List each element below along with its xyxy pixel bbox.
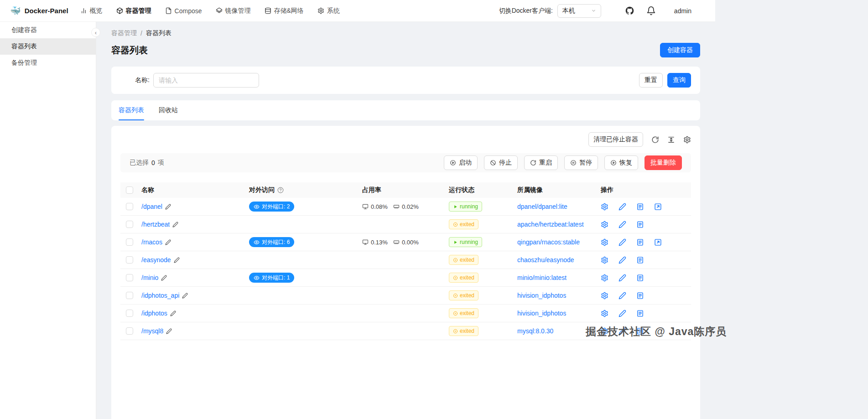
logs-icon[interactable]: [636, 310, 644, 317]
row-checkbox[interactable]: [126, 274, 133, 281]
image-link[interactable]: minio/minio:latest: [517, 274, 567, 281]
image-link[interactable]: hivision_idphotos: [517, 310, 566, 317]
image-link[interactable]: qingpan/rnacos:stable: [517, 238, 580, 246]
row-checkbox[interactable]: [126, 221, 133, 228]
logs-icon[interactable]: [636, 274, 644, 282]
row-checkbox[interactable]: [126, 327, 133, 335]
rename-icon[interactable]: [165, 239, 171, 245]
container-name-link[interactable]: /mysql8: [141, 327, 163, 335]
rename-icon[interactable]: [174, 257, 180, 263]
refresh-icon[interactable]: [651, 136, 659, 144]
running-play-icon: [453, 240, 458, 245]
logs-icon[interactable]: [636, 238, 644, 246]
container-name-link[interactable]: /idphotos_api: [141, 292, 179, 299]
sidebar-collapse-button[interactable]: ‹: [91, 28, 100, 37]
tab-container-list[interactable]: 容器列表: [119, 100, 144, 120]
nav-item-overview[interactable]: 概览: [80, 7, 103, 15]
table-row: /rnacos 对外端口: 6 0.13% 0.00% running: [120, 233, 691, 251]
container-settings-icon[interactable]: [601, 274, 608, 282]
port-badge[interactable]: 对外端口: 2: [249, 202, 294, 212]
row-checkbox[interactable]: [126, 203, 133, 210]
bell-icon[interactable]: [646, 6, 656, 16]
pause-button[interactable]: 暂停: [564, 155, 598, 170]
edit-container-icon[interactable]: [619, 274, 626, 282]
sidebar-item-container-list[interactable]: 容器列表: [0, 38, 96, 55]
rename-icon[interactable]: [170, 310, 176, 316]
container-name-link[interactable]: /hertzbeat: [141, 221, 170, 228]
stop-button[interactable]: 停止: [484, 155, 518, 170]
edit-container-icon[interactable]: [619, 292, 626, 300]
logs-icon[interactable]: [636, 327, 644, 335]
image-link[interactable]: apache/hertzbeat:latest: [517, 221, 584, 228]
breadcrumb-parent[interactable]: 容器管理: [111, 29, 137, 37]
column-settings-icon[interactable]: [683, 136, 691, 144]
logs-icon[interactable]: [636, 256, 644, 264]
image-link[interactable]: mysql:8.0.30: [517, 327, 553, 335]
select-all-checkbox[interactable]: [126, 186, 133, 194]
query-button[interactable]: 查询: [667, 73, 691, 88]
memory-icon: [393, 239, 400, 245]
row-checkbox[interactable]: [126, 256, 133, 264]
eye-icon: [254, 204, 260, 210]
clean-stopped-containers-button[interactable]: 清理已停止容器: [588, 132, 643, 147]
edit-container-icon[interactable]: [619, 238, 626, 246]
username[interactable]: admin: [674, 7, 691, 15]
port-badge[interactable]: 对外端口: 6: [249, 237, 294, 247]
nav-item-compose[interactable]: Compose: [165, 7, 202, 15]
row-checkbox[interactable]: [126, 292, 133, 299]
edit-container-icon[interactable]: [619, 327, 626, 335]
resume-button[interactable]: 恢复: [604, 155, 638, 170]
edit-container-icon[interactable]: [619, 203, 626, 211]
edit-container-icon[interactable]: [619, 221, 626, 228]
container-settings-icon[interactable]: [601, 292, 608, 300]
container-settings-icon[interactable]: [601, 203, 608, 211]
logs-icon[interactable]: [636, 292, 644, 300]
breadcrumb: 容器管理 / 容器列表: [111, 29, 700, 37]
github-icon[interactable]: [625, 6, 634, 16]
create-container-button[interactable]: 创建容器: [660, 43, 700, 57]
density-icon[interactable]: [667, 136, 675, 144]
open-external-icon[interactable]: [654, 203, 662, 211]
memory-usage: 0.00%: [393, 239, 419, 246]
container-settings-icon[interactable]: [601, 256, 608, 264]
row-checkbox[interactable]: [126, 310, 133, 317]
batch-delete-button[interactable]: 批量删除: [645, 155, 682, 170]
image-link[interactable]: hivision_idphotos: [517, 292, 566, 299]
restart-button[interactable]: 重启: [524, 155, 558, 170]
sidebar-item-create-container[interactable]: 创建容器: [0, 22, 96, 38]
port-badge[interactable]: 对外端口: 1: [249, 273, 294, 283]
container-name-link[interactable]: /easynode: [141, 256, 171, 264]
container-name-link[interactable]: /minio: [141, 274, 158, 281]
nav-item-system[interactable]: 系统: [317, 7, 340, 15]
rename-icon[interactable]: [165, 204, 171, 210]
help-circle-icon[interactable]: [277, 187, 284, 193]
rename-icon[interactable]: [182, 293, 188, 299]
nav-item-storage-network[interactable]: 存储&网络: [265, 7, 304, 15]
image-link[interactable]: chaoszhu/easynode: [517, 256, 574, 264]
open-external-icon[interactable]: [654, 238, 662, 246]
container-name-link[interactable]: /dpanel: [141, 203, 162, 210]
tab-recycle-bin[interactable]: 回收站: [159, 100, 178, 120]
rename-icon[interactable]: [161, 275, 167, 281]
nav-item-image-management[interactable]: 镜像管理: [216, 7, 251, 15]
logs-icon[interactable]: [636, 203, 644, 211]
container-settings-icon[interactable]: [601, 238, 608, 246]
docker-client-select[interactable]: 本机: [557, 4, 601, 18]
container-settings-icon[interactable]: [601, 221, 608, 228]
edit-container-icon[interactable]: [619, 310, 626, 317]
container-name-link[interactable]: /idphotos: [141, 310, 167, 317]
image-link[interactable]: dpanel/dpanel:lite: [517, 203, 567, 210]
nav-item-container-management[interactable]: 容器管理: [116, 7, 151, 15]
rename-icon[interactable]: [172, 222, 178, 228]
reset-button[interactable]: 重置: [639, 73, 663, 88]
logs-icon[interactable]: [636, 221, 644, 228]
row-checkbox[interactable]: [126, 238, 133, 246]
start-button[interactable]: 启动: [444, 155, 478, 170]
edit-container-icon[interactable]: [619, 256, 626, 264]
container-settings-icon[interactable]: [601, 310, 608, 317]
container-name-link[interactable]: /rnacos: [141, 238, 162, 246]
rename-icon[interactable]: [166, 328, 172, 334]
name-filter-input[interactable]: [153, 73, 259, 88]
container-settings-icon[interactable]: [601, 327, 608, 335]
sidebar-item-backup-management[interactable]: 备份管理: [0, 55, 96, 71]
